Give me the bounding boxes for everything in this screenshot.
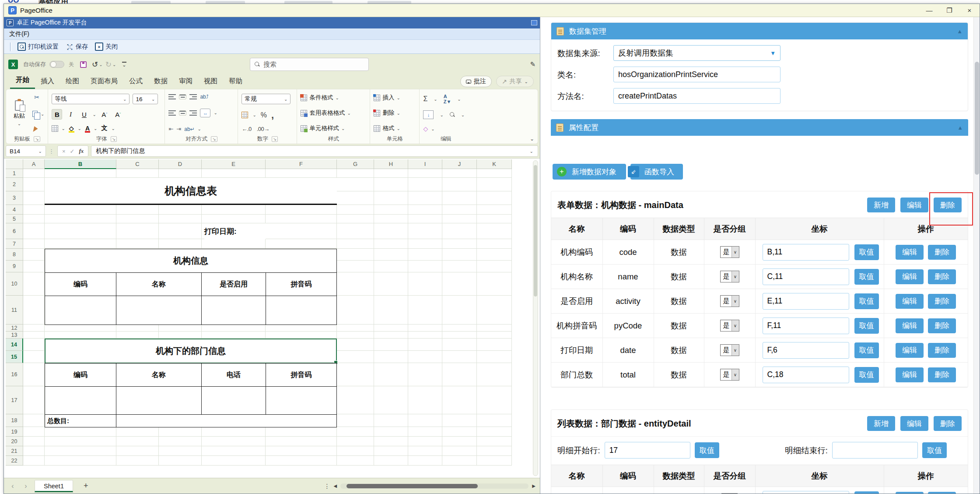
grid-cell[interactable] xyxy=(477,332,512,339)
grid-cell[interactable] xyxy=(23,456,45,466)
grid-cell[interactable] xyxy=(202,446,266,456)
grid-cell[interactable] xyxy=(45,332,116,339)
panel-scrollbar[interactable] xyxy=(973,17,980,494)
main-add-button[interactable]: 新增 xyxy=(867,198,895,212)
italic-button[interactable]: I xyxy=(65,109,76,120)
grid-cell[interactable] xyxy=(159,272,202,296)
detail-start-input[interactable] xyxy=(605,442,690,459)
grid-cell[interactable] xyxy=(374,169,408,178)
coord-input[interactable] xyxy=(763,318,849,334)
grid-cell[interactable] xyxy=(477,437,512,446)
grid-cell[interactable] xyxy=(337,215,374,223)
grid-cell[interactable] xyxy=(202,239,266,249)
grid-cell[interactable] xyxy=(202,332,266,339)
grid-cell[interactable] xyxy=(337,427,374,437)
grid-cell[interactable] xyxy=(442,339,477,351)
row-header[interactable]: 22 xyxy=(6,456,23,466)
decrease-indent-icon[interactable]: ⇤ xyxy=(168,126,173,132)
grid-cell[interactable] xyxy=(159,351,202,363)
grid-cell[interactable] xyxy=(408,363,442,386)
grid-cell[interactable] xyxy=(116,427,159,437)
grid-cell[interactable] xyxy=(45,339,116,351)
row-header[interactable]: 19 xyxy=(6,427,23,437)
grid-cell[interactable] xyxy=(45,456,116,466)
row-header[interactable]: 7 xyxy=(6,239,23,249)
grid-cell[interactable] xyxy=(374,363,408,386)
grid-cell[interactable] xyxy=(374,272,408,296)
grid-cell[interactable] xyxy=(159,339,202,351)
tab-view[interactable]: 视图 xyxy=(198,75,223,89)
row-header[interactable]: 13 xyxy=(6,332,23,339)
grid-cell[interactable] xyxy=(266,325,337,332)
grid-cell[interactable] xyxy=(202,339,266,351)
fetch-button[interactable]: 取值 xyxy=(854,244,879,260)
grid-cell[interactable] xyxy=(23,339,45,351)
grid-cell[interactable] xyxy=(266,339,337,351)
grid-cell[interactable] xyxy=(202,261,266,272)
sheet-horizontal-scrollbar[interactable] xyxy=(340,483,528,489)
grid-cell[interactable] xyxy=(23,261,45,272)
bold-button[interactable]: B xyxy=(52,109,62,120)
sheet-vertical-scrollbar[interactable] xyxy=(533,160,538,476)
column-header[interactable]: H xyxy=(374,159,408,169)
grid-cell[interactable] xyxy=(159,239,202,249)
grid-cell[interactable] xyxy=(23,325,45,332)
number-dialog-launcher-icon[interactable]: ↘ xyxy=(272,136,278,142)
grid-cell[interactable] xyxy=(23,205,45,215)
grid-cell[interactable] xyxy=(408,332,442,339)
tab-data[interactable]: 数据 xyxy=(148,75,173,89)
cancel-entry-icon[interactable]: × xyxy=(62,148,66,155)
font-size-select[interactable]: 16⌄ xyxy=(133,94,158,104)
grid-cell[interactable] xyxy=(116,332,159,339)
grid-cell[interactable] xyxy=(116,223,159,239)
grid-cell[interactable] xyxy=(159,169,202,178)
coord-input[interactable] xyxy=(763,244,849,261)
grid-cell[interactable] xyxy=(116,351,159,363)
confirm-entry-icon[interactable]: ✓ xyxy=(70,148,75,155)
coord-input[interactable] xyxy=(763,367,849,383)
grid-cell[interactable] xyxy=(116,386,159,414)
grid-cell[interactable] xyxy=(202,351,266,363)
grid-cell[interactable] xyxy=(477,414,512,427)
grid-cell[interactable] xyxy=(116,249,159,261)
shrink-font-button[interactable]: Aˇ xyxy=(113,109,123,120)
name-box[interactable]: B14⌄ xyxy=(6,145,46,157)
grid-cell[interactable] xyxy=(45,215,116,223)
grid-cell[interactable] xyxy=(45,351,116,363)
column-header[interactable]: F xyxy=(266,159,337,169)
sheet-tab[interactable]: Sheet1 xyxy=(35,480,73,492)
conditional-formatting-button[interactable]: 条件格式⌄ xyxy=(301,94,366,102)
grid-cell[interactable] xyxy=(442,191,477,205)
row-header[interactable]: 15 xyxy=(6,351,23,363)
grid-cell[interactable] xyxy=(116,325,159,332)
grid-cell[interactable] xyxy=(266,437,337,446)
grid-cell[interactable] xyxy=(442,296,477,325)
row-header[interactable]: 20 xyxy=(6,437,23,446)
column-header[interactable]: A xyxy=(23,159,45,169)
grid-cell[interactable] xyxy=(477,427,512,437)
grid-cell[interactable] xyxy=(408,261,442,272)
tab-formulas[interactable]: 公式 xyxy=(123,75,148,89)
coord-input[interactable] xyxy=(763,342,849,359)
grid-cell[interactable] xyxy=(159,386,202,414)
grid-cell[interactable] xyxy=(45,427,116,437)
grid-cell[interactable] xyxy=(337,339,374,351)
align-top-icon[interactable] xyxy=(168,94,176,99)
fetch-button[interactable]: 取值 xyxy=(854,293,879,309)
row-delete-button[interactable]: 删除 xyxy=(928,318,956,333)
grid-cell[interactable] xyxy=(337,296,374,325)
grid-cell[interactable] xyxy=(374,261,408,272)
merge-center-icon[interactable]: ↔ xyxy=(200,109,210,117)
grid-cell[interactable] xyxy=(337,456,374,466)
grid-cell[interactable] xyxy=(202,437,266,446)
row-delete-button[interactable]: 删除 xyxy=(928,492,956,494)
grid-cell[interactable] xyxy=(442,223,477,239)
grid-cell[interactable] xyxy=(23,239,45,249)
grid-cell[interactable] xyxy=(408,239,442,249)
grid-cell[interactable] xyxy=(374,178,408,191)
grid-cell[interactable] xyxy=(159,178,202,191)
coord-input[interactable] xyxy=(763,293,849,310)
detail-add-button[interactable]: 新增 xyxy=(867,416,895,431)
align-bottom-icon[interactable] xyxy=(189,94,197,99)
grid-cell[interactable] xyxy=(23,215,45,223)
